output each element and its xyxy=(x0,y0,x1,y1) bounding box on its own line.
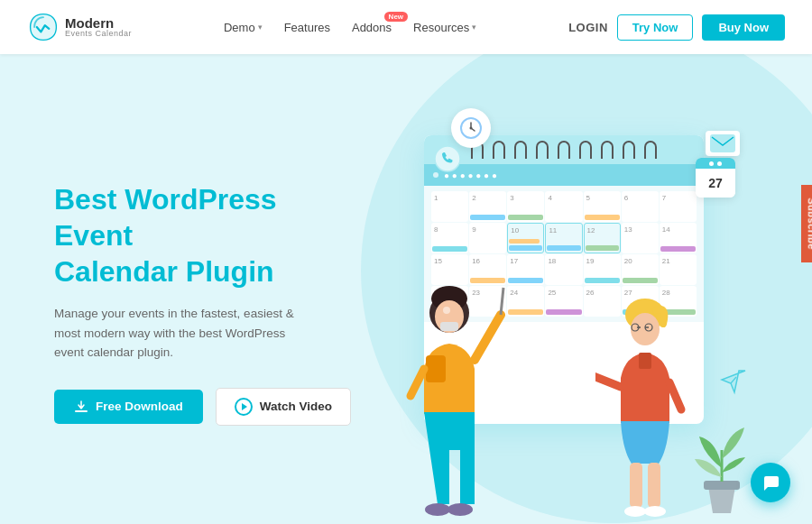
cal-cell: 5 xyxy=(584,191,621,222)
svg-rect-20 xyxy=(639,353,651,369)
cal-cell: 12 xyxy=(584,223,621,253)
person-right xyxy=(595,288,695,524)
cal-cell: 8 xyxy=(431,223,468,253)
svg-line-21 xyxy=(595,373,621,387)
nav-item-features[interactable]: Features xyxy=(284,21,330,34)
navbar: Modern Events Calendar Demo▾ Features Ad… xyxy=(0,0,812,54)
cal-cell: 18 xyxy=(545,254,582,285)
nav-item-demo[interactable]: Demo▾ xyxy=(224,21,263,34)
svg-point-15 xyxy=(448,503,473,516)
cal-cell: 9 xyxy=(469,223,506,253)
subscribe-tab[interactable]: Subscribe xyxy=(801,185,812,262)
hero-text: Best WordPress Event Calendar Plugin Man… xyxy=(54,181,361,426)
logo-brand: Modern xyxy=(65,16,132,30)
chevron-down-icon: ▾ xyxy=(258,23,263,32)
new-badge: New xyxy=(384,12,408,22)
watch-video-button[interactable]: Watch Video xyxy=(216,388,351,426)
chat-button[interactable] xyxy=(751,463,790,502)
hero-title: Best WordPress Event Calendar Plugin xyxy=(54,181,361,290)
nav-menu: Demo▾ Features Addons New Resources▾ xyxy=(224,21,476,34)
login-button[interactable]: LOGIN xyxy=(568,21,608,34)
logo-icon xyxy=(27,11,60,43)
cal-cell: 13 xyxy=(622,223,659,253)
svg-line-22 xyxy=(669,382,681,409)
chat-icon xyxy=(761,473,780,492)
hero-buttons: Free Download Watch Video xyxy=(54,388,361,426)
cal-cell: 3 xyxy=(507,191,544,222)
cal-cell: 6 xyxy=(622,191,659,222)
svg-line-12 xyxy=(501,288,503,315)
cal-cell: 2 xyxy=(469,191,506,222)
svg-line-13 xyxy=(411,369,424,396)
svg-rect-17 xyxy=(440,322,458,331)
svg-rect-23 xyxy=(630,463,642,508)
phone-icon xyxy=(433,144,462,177)
hero-description: Manage your events in the fastest, easie… xyxy=(54,304,316,363)
svg-point-14 xyxy=(425,503,450,516)
svg-rect-29 xyxy=(704,481,740,490)
cal-cell: 7 xyxy=(660,191,697,222)
cal-cell: 20 xyxy=(622,254,659,285)
hero-section: Best WordPress Event Calendar Plugin Man… xyxy=(0,54,812,524)
svg-point-16 xyxy=(443,307,450,314)
cal-cell: 25 xyxy=(545,286,582,317)
cal-cell: 1 xyxy=(431,191,468,222)
svg-line-11 xyxy=(475,315,501,360)
cal-cell: 14 xyxy=(660,223,697,253)
svg-point-4 xyxy=(470,127,473,130)
svg-point-26 xyxy=(644,506,666,517)
free-download-button[interactable]: Free Download xyxy=(54,390,203,424)
logo-text: Modern Events Calendar xyxy=(65,16,132,38)
clock-icon xyxy=(451,108,491,148)
cal-cell: 24 xyxy=(507,286,544,317)
hero-illustration: 27 xyxy=(361,81,785,524)
chevron-down-icon: ▾ xyxy=(472,23,476,32)
try-now-button[interactable]: Try Now xyxy=(617,14,694,41)
logo-sub: Events Calendar xyxy=(65,30,132,38)
svg-rect-24 xyxy=(648,463,660,508)
play-icon xyxy=(235,398,253,416)
svg-point-6 xyxy=(435,146,460,171)
date-badge-icon: 27 xyxy=(696,158,735,198)
cal-cell: 10 xyxy=(507,223,544,253)
buy-now-button[interactable]: Buy Now xyxy=(702,14,785,41)
plant-decoration xyxy=(686,414,758,524)
svg-rect-5 xyxy=(710,134,735,152)
calendar-header: ● ● ● ● ● ● ● xyxy=(424,164,704,186)
download-icon xyxy=(74,400,88,414)
cal-cell: 11 xyxy=(545,223,582,253)
cal-cell: 17 xyxy=(507,254,544,285)
cal-cell: 19 xyxy=(584,254,621,285)
svg-rect-10 xyxy=(426,355,446,382)
nav-item-addons[interactable]: Addons New xyxy=(352,21,392,34)
logo[interactable]: Modern Events Calendar xyxy=(27,11,132,43)
nav-actions: LOGIN Try Now Buy Now xyxy=(568,14,785,41)
svg-point-25 xyxy=(624,506,646,517)
svg-rect-0 xyxy=(75,410,88,412)
person-left xyxy=(388,270,505,524)
cal-cell: 21 xyxy=(660,254,697,285)
nav-item-resources[interactable]: Resources▾ xyxy=(413,21,476,34)
paper-plane-icon xyxy=(720,367,749,400)
cal-cell: 4 xyxy=(545,191,582,222)
mail-icon xyxy=(706,131,740,156)
